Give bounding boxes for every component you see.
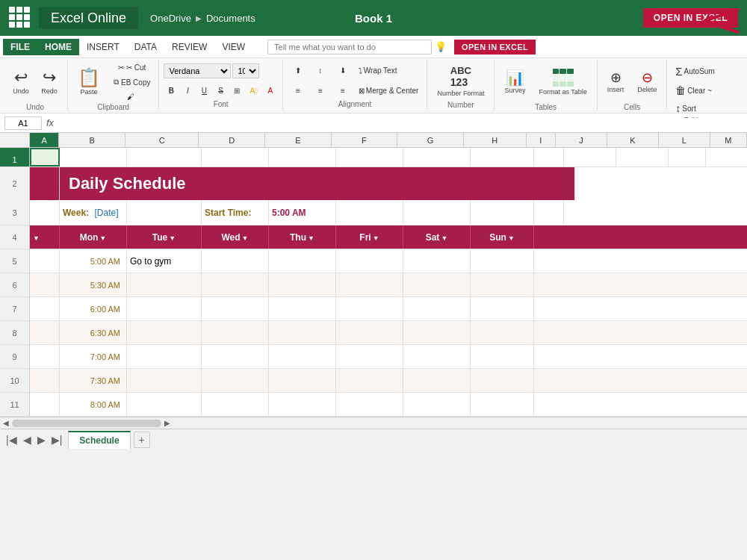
- time-cell-row6[interactable]: [30, 273, 60, 296]
- activity-thu-row11[interactable]: [269, 393, 336, 416]
- col-header-l[interactable]: L: [659, 133, 710, 147]
- time-cell-row10[interactable]: [30, 369, 60, 392]
- activity-thu-row8[interactable]: [269, 321, 336, 344]
- wrap-text-button[interactable]: ⤵ Wrap Text: [355, 64, 401, 77]
- activity-sun-row10[interactable]: [471, 369, 534, 392]
- cell-a4[interactable]: ▼: [30, 225, 60, 249]
- cell-k1[interactable]: [616, 148, 669, 167]
- header-sat[interactable]: Sat▼: [403, 225, 471, 249]
- menu-insert[interactable]: INSERT: [79, 39, 127, 55]
- header-sun[interactable]: Sun▼: [471, 225, 534, 249]
- activity-tue-row10[interactable]: [127, 369, 202, 392]
- align-bottom-button[interactable]: ⬇: [332, 64, 353, 77]
- search-input[interactable]: [267, 40, 432, 55]
- activity-sat-row8[interactable]: [403, 321, 471, 344]
- activity-fri-row7[interactable]: [336, 297, 403, 320]
- menu-home[interactable]: HOME: [37, 39, 79, 55]
- add-sheet-button[interactable]: +: [134, 432, 150, 448]
- time-label-row7[interactable]: 6:00 AM: [60, 297, 127, 320]
- menu-data[interactable]: DATA: [127, 39, 164, 55]
- activity-thu-row6[interactable]: [269, 273, 336, 296]
- activity-wed-row11[interactable]: [202, 393, 269, 416]
- copy-button[interactable]: ⧉ EB Copy: [110, 75, 154, 89]
- activity-fri-row8[interactable]: [336, 321, 403, 344]
- cell-a1[interactable]: [30, 148, 60, 167]
- cell-e1[interactable]: [269, 148, 336, 167]
- activity-tue-row11[interactable]: [127, 393, 202, 416]
- col-header-d[interactable]: D: [199, 133, 265, 147]
- waffle-icon[interactable]: [9, 7, 31, 29]
- menu-view[interactable]: VIEW: [214, 39, 252, 55]
- name-box[interactable]: [4, 116, 42, 130]
- open-in-excel-ribbon-button[interactable]: OPEN IN EXCEL: [454, 40, 536, 55]
- col-header-f[interactable]: F: [332, 133, 398, 147]
- activity-sat-row10[interactable]: [403, 369, 471, 392]
- activity-wed-row5[interactable]: [202, 249, 269, 273]
- merge-center-button[interactable]: ⊠ Merge & Center: [355, 84, 423, 97]
- dropdown-sat[interactable]: ▼: [441, 234, 447, 242]
- activity-fri-row5[interactable]: [336, 249, 403, 273]
- number-format-button[interactable]: ABC 123 Number Format: [432, 61, 489, 101]
- time-label-row10[interactable]: 7:30 AM: [60, 369, 127, 392]
- activity-wed-row9[interactable]: [202, 345, 269, 368]
- col-header-a[interactable]: A: [30, 133, 59, 147]
- activity-tue-row7[interactable]: [127, 297, 202, 320]
- activity-thu-row9[interactable]: [269, 345, 336, 368]
- activity-sat-row6[interactable]: [403, 273, 471, 296]
- delete-button[interactable]: ⊖ Delete: [632, 61, 662, 103]
- activity-sun-row8[interactable]: [471, 321, 534, 344]
- format-painter-button[interactable]: 🖌: [110, 90, 154, 103]
- activity-tue-row9[interactable]: [127, 345, 202, 368]
- sort-button[interactable]: ↕ Sort: [672, 100, 699, 116]
- dropdown-tue[interactable]: ▼: [169, 234, 176, 242]
- align-left-button[interactable]: ≡: [288, 84, 309, 97]
- survey-button[interactable]: 📊 Survey: [499, 61, 530, 103]
- cell-h3[interactable]: [471, 200, 534, 225]
- cell-l1[interactable]: [669, 148, 706, 167]
- strikethrough-button[interactable]: S: [213, 84, 228, 97]
- time-label-row6[interactable]: 5:30 AM: [60, 273, 127, 296]
- insert-button[interactable]: ⊕ Insert: [602, 61, 630, 103]
- activity-wed-row6[interactable]: [202, 273, 269, 296]
- menu-review[interactable]: REVIEW: [164, 39, 214, 55]
- prev-sheet-nav[interactable]: ◀: [20, 434, 34, 446]
- col-header-c[interactable]: C: [125, 133, 199, 147]
- header-fri[interactable]: Fri▼: [336, 225, 403, 249]
- cell-d1[interactable]: [202, 148, 269, 167]
- font-color-button[interactable]: A: [263, 84, 278, 97]
- activity-wed-row10[interactable]: [202, 369, 269, 392]
- schedule-sheet-tab[interactable]: Schedule: [68, 431, 130, 449]
- last-sheet-nav[interactable]: ▶|: [49, 434, 66, 446]
- autosum-button[interactable]: Σ AutoSum: [672, 61, 718, 81]
- font-select[interactable]: Verdana: [164, 63, 231, 78]
- activity-fri-row6[interactable]: [336, 273, 403, 296]
- activity-sat-row5[interactable]: [403, 249, 471, 273]
- col-header-g[interactable]: G: [397, 133, 464, 147]
- activity-sat-row7[interactable]: [403, 297, 471, 320]
- activity-wed-row8[interactable]: [202, 321, 269, 344]
- paste-button[interactable]: 📋 Paste: [72, 61, 105, 103]
- col-header-b[interactable]: B: [59, 133, 125, 147]
- font-size-select[interactable]: 10: [232, 63, 259, 78]
- cut-button[interactable]: ✂ ✂ Cut: [110, 61, 154, 74]
- activity-thu-row10[interactable]: [269, 369, 336, 392]
- scroll-thumb[interactable]: [12, 420, 161, 427]
- cell-i1[interactable]: [534, 148, 564, 167]
- header-mon[interactable]: Mon▼: [60, 225, 127, 249]
- cell-g1[interactable]: [403, 148, 471, 167]
- borders-button[interactable]: ⊞: [229, 84, 244, 97]
- first-sheet-nav[interactable]: |◀: [3, 434, 20, 446]
- time-cell-row9[interactable]: [30, 345, 60, 368]
- formula-input[interactable]: [58, 118, 743, 128]
- dropdown-thu[interactable]: ▼: [308, 234, 314, 242]
- activity-sat-row11[interactable]: [403, 393, 471, 416]
- dropdown-sun[interactable]: ▼: [508, 234, 515, 242]
- col-header-e[interactable]: E: [265, 133, 332, 147]
- menu-file[interactable]: FILE: [3, 39, 37, 55]
- cell-d3[interactable]: Start Time:: [202, 200, 269, 225]
- activity-fri-row10[interactable]: [336, 369, 403, 392]
- col-header-m[interactable]: M: [710, 133, 747, 147]
- col-header-j[interactable]: J: [556, 133, 607, 147]
- time-cell-row7[interactable]: [30, 297, 60, 320]
- dropdown-fri[interactable]: ▼: [373, 234, 379, 242]
